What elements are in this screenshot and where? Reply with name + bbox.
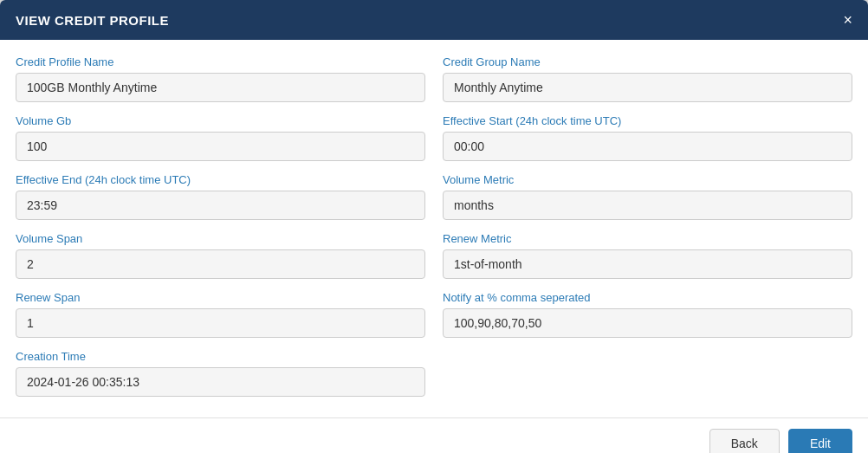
modal-title: VIEW CREDIT PROFILE [16,13,169,28]
creation-time-label: Creation Time [16,350,425,363]
effective-start-label: Effective Start (24h clock time UTC) [443,114,852,127]
creation-time-input [16,367,425,397]
renew-metric-group: Renew Metric [443,232,852,279]
volume-span-label: Volume Span [16,232,425,245]
credit-group-name-group: Credit Group Name [443,55,852,102]
effective-start-group: Effective Start (24h clock time UTC) [443,114,852,161]
volume-gb-label: Volume Gb [16,114,425,127]
renew-span-group: Renew Span [16,291,425,338]
close-button[interactable]: × [843,12,852,28]
modal-body: Credit Profile Name Credit Group Name Vo… [0,40,868,417]
notify-at-label: Notify at % comma seperated [443,291,852,304]
view-credit-profile-modal: VIEW CREDIT PROFILE × Credit Profile Nam… [0,0,868,453]
credit-profile-name-group: Credit Profile Name [16,55,425,102]
credit-group-name-input [443,73,852,102]
credit-group-name-label: Credit Group Name [443,55,852,68]
credit-profile-name-label: Credit Profile Name [16,55,425,68]
effective-end-group: Effective End (24h clock time UTC) [16,173,425,220]
renew-metric-label: Renew Metric [443,232,852,245]
modal-header: VIEW CREDIT PROFILE × [0,0,868,40]
notify-at-input [443,308,852,338]
credit-profile-name-input [16,73,425,102]
volume-span-input [16,249,425,279]
effective-end-input [16,191,425,220]
volume-span-group: Volume Span [16,232,425,279]
effective-end-label: Effective End (24h clock time UTC) [16,173,425,186]
modal-footer: Back Edit [0,417,868,453]
volume-metric-label: Volume Metric [443,173,852,186]
back-button[interactable]: Back [709,429,780,453]
volume-gb-input [16,132,425,161]
volume-gb-group: Volume Gb [16,114,425,161]
edit-button[interactable]: Edit [788,429,852,453]
notify-at-group: Notify at % comma seperated [443,291,852,338]
creation-time-group: Creation Time [16,350,425,397]
volume-metric-input [443,191,852,220]
renew-span-input [16,308,425,338]
renew-metric-input [443,249,852,279]
form-grid: Credit Profile Name Credit Group Name Vo… [16,55,852,409]
renew-span-label: Renew Span [16,291,425,304]
volume-metric-group: Volume Metric [443,173,852,220]
effective-start-input [443,132,852,161]
